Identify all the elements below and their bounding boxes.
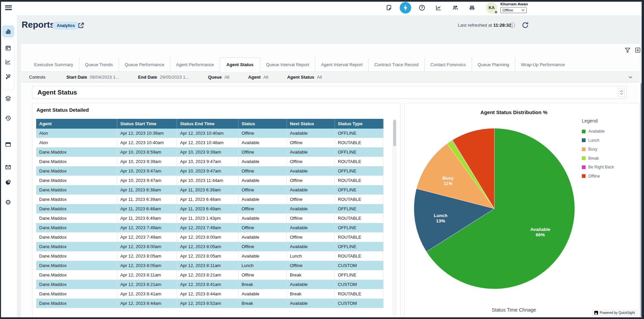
control-agent[interactable]: AgentAll: [248, 75, 268, 80]
agent-status-select[interactable]: Offline: [500, 7, 527, 13]
agent-status-value: Offline: [502, 8, 513, 12]
bar-chart-icon[interactable]: [5, 28, 11, 35]
table-row[interactable]: Dane.MaddoxApr 10, 2023 9:47amApr 10, 20…: [36, 176, 383, 185]
pie-data-label-lunch: 13%: [436, 218, 445, 223]
legend-swatch: [582, 138, 586, 142]
column-header-status-type[interactable]: Status Type: [335, 119, 383, 129]
main-scrollbar-thumb[interactable]: [641, 83, 643, 317]
design-tools-icon[interactable]: [5, 73, 11, 80]
table-row[interactable]: Dane.MaddoxApr 12, 2023 7:49amApr 12, 20…: [36, 223, 383, 233]
table-row[interactable]: Dane.MaddoxApr 12, 2023 8:11amApr 12, 20…: [36, 270, 383, 280]
powered-by-quicksight: Powered by QuickSight: [592, 310, 637, 316]
controls-filters: Start Date09/04/2023 1...End Date29/05/2…: [66, 75, 341, 80]
table-row[interactable]: Dane.MaddoxApr 11, 2023 6:49amApr 11, 20…: [36, 214, 383, 223]
table-row[interactable]: Dane.MaddoxApr 10, 2023 8:59amApr 10, 20…: [36, 148, 383, 157]
tab-contract-trace-record[interactable]: Contract Trace Record: [368, 57, 424, 72]
calendar-icon[interactable]: [5, 45, 11, 51]
column-header-status-end-time[interactable]: Status End Time: [177, 119, 239, 129]
column-header-next-status[interactable]: Next Status: [287, 119, 335, 129]
download-icon[interactable]: [635, 47, 641, 53]
tab-agent-interval-report[interactable]: Agent Interval Report: [315, 57, 368, 72]
help-icon[interactable]: ?: [419, 4, 425, 11]
control-start-date[interactable]: Start Date09/04/2023 1...: [66, 75, 119, 80]
table-row[interactable]: Dane.MaddoxApr 11, 2023 6:39amApr 11, 20…: [36, 195, 383, 204]
table-row[interactable]: Dane.MaddoxApr 12, 2023 8:44amApr 12, 20…: [36, 299, 383, 308]
table-header-row: AgentStatus Start TimeStatus End TimeSta…: [36, 119, 383, 129]
mail-icon[interactable]: [5, 164, 11, 170]
table-scrollbar[interactable]: [393, 119, 397, 316]
external-link-icon[interactable]: [77, 22, 84, 29]
table-row[interactable]: Dane.MaddoxApr 10, 2023 9:39amApr 10, 20…: [36, 157, 383, 166]
legend-item-offline[interactable]: Offline: [582, 174, 614, 179]
spinner-down-icon: [620, 93, 623, 95]
top-bar: ? KA Khurram Awan Offline: [0, 0, 644, 15]
table-row[interactable]: Dane.MaddoxApr 11, 2023 6:38amApr 11, 20…: [36, 185, 383, 195]
quicksight-logo-icon: [594, 311, 598, 315]
section-spinner[interactable]: [618, 88, 625, 97]
last-refreshed-time: 11:28:32: [493, 23, 511, 28]
tab-queue-planning[interactable]: Queue Planning: [472, 57, 515, 72]
legend-title: Legend: [582, 118, 614, 124]
line-chart-icon[interactable]: [5, 58, 11, 65]
table-row[interactable]: Dane.MaddoxApr 10, 2023 9:47amApr 10, 20…: [36, 166, 383, 176]
left-sidebar: ⚙: [0, 15, 17, 319]
window-icon[interactable]: [5, 141, 11, 148]
control-queue[interactable]: QueueAll: [208, 75, 229, 80]
legend-items: AvailableLunchBusyBreakBe Right BackOffl…: [582, 129, 614, 179]
column-header-agent[interactable]: Agent: [36, 119, 117, 129]
layers-icon[interactable]: [5, 95, 11, 102]
control-agent-status[interactable]: Agent StatusAll: [287, 75, 322, 80]
table-row[interactable]: Dane.MaddoxApr 12, 2023 8:21amApr 12, 20…: [36, 280, 383, 289]
column-header-status[interactable]: Status: [239, 119, 287, 129]
tab-queue-interval-report[interactable]: Queue Interval Report: [260, 57, 315, 72]
avatar-initials: KA: [489, 5, 495, 10]
refresh-icon[interactable]: [521, 21, 529, 29]
table-row[interactable]: AlonApr 12, 2023 10:40amApr 12, 2023 10:…: [36, 138, 383, 148]
tab-agent-status[interactable]: Agent Status: [220, 57, 260, 72]
controls-caption[interactable]: Controls: [29, 75, 45, 80]
gear-icon[interactable]: ⚙: [4, 199, 12, 206]
history-icon[interactable]: [5, 115, 11, 122]
tab-contact-forensics[interactable]: Contact Forensics: [424, 57, 472, 72]
info-icon[interactable]: i: [509, 22, 515, 28]
legend-swatch: [582, 174, 586, 178]
main-scrollbar[interactable]: [640, 82, 643, 318]
note-icon[interactable]: [386, 4, 392, 11]
metrics-icon[interactable]: [435, 4, 442, 11]
next-visual-title: Status Time Chnage: [405, 307, 623, 313]
table-scrollbar-thumb[interactable]: [393, 120, 396, 146]
sliders-icon[interactable]: [469, 4, 475, 11]
table-row[interactable]: Dane.MaddoxApr 11, 2023 6:48amApr 11, 20…: [36, 204, 383, 214]
pie-chart-icon[interactable]: [5, 179, 11, 186]
users-icon[interactable]: [452, 4, 459, 11]
tab-agent-performance[interactable]: Agent Performance: [170, 57, 220, 72]
legend: Legend AvailableLunchBusyBreakBe Right B…: [582, 118, 614, 183]
analytics-badge[interactable]: Analytics: [52, 22, 79, 30]
legend-item-be-right-back[interactable]: Be Right Back: [582, 165, 614, 169]
section-header: Agent Status: [32, 86, 627, 99]
table-row[interactable]: AlonApr 12, 2023 10:39amApr 12, 2023 10:…: [36, 129, 383, 138]
hamburger-menu-icon[interactable]: [5, 4, 12, 10]
legend-item-break[interactable]: Break: [582, 156, 614, 161]
table-row[interactable]: Dane.MaddoxApr 12, 2023 8:41amApr 12, 20…: [36, 289, 383, 299]
tab-queue-performance[interactable]: Queue Performance: [119, 57, 170, 72]
tab-wrap-up-performance[interactable]: Wrap-Up Performance: [515, 57, 571, 72]
legend-swatch: [582, 148, 586, 151]
legend-item-busy[interactable]: Busy: [582, 147, 614, 152]
control-end-date[interactable]: End Date29/05/2023 1...: [138, 75, 189, 80]
pie-data-label-available: Available: [530, 227, 550, 232]
filter-icon[interactable]: [624, 47, 631, 53]
table-row[interactable]: Dane.MaddoxApr 12, 2023 8:05amApr 12, 20…: [36, 261, 383, 270]
column-header-status-start-time[interactable]: Status Start Time: [117, 119, 177, 129]
controls-collapse-chevron-icon[interactable]: [628, 75, 633, 80]
bolt-icon[interactable]: [400, 2, 411, 14]
table-row[interactable]: Dane.MaddoxApr 12, 2023 8:00amApr 12, 20…: [36, 242, 383, 251]
tab-queue-trends[interactable]: Queue Trends: [79, 57, 119, 72]
legend-item-lunch[interactable]: Lunch: [582, 138, 614, 143]
avatar[interactable]: KA: [486, 2, 497, 14]
legend-item-available[interactable]: Available: [582, 129, 614, 134]
table-row[interactable]: Dane.MaddoxApr 12, 2023 7:49amApr 12, 20…: [36, 233, 383, 242]
tab-executive-summary[interactable]: Executive Summary: [28, 57, 79, 72]
user-name: Khurram Awan: [500, 2, 528, 6]
table-row[interactable]: Dane.MaddoxApr 12, 2023 8:05amApr 12, 20…: [36, 251, 383, 261]
